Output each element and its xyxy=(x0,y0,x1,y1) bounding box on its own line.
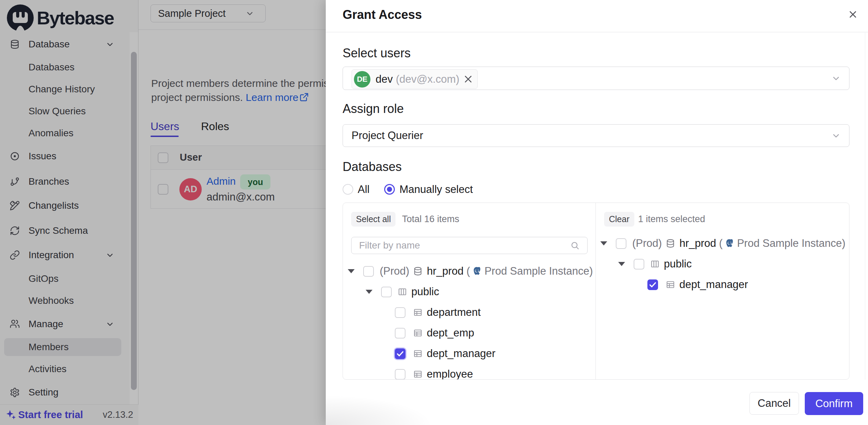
select-users-label: Select users xyxy=(343,46,411,60)
radio-manually-select[interactable] xyxy=(384,184,395,195)
tree-checkbox[interactable] xyxy=(395,369,405,380)
chevron-down-icon xyxy=(831,131,841,140)
caret-down-icon[interactable] xyxy=(618,262,625,266)
paren: ( xyxy=(464,265,470,277)
tree-checkbox-checked[interactable] xyxy=(647,279,658,290)
schema-name: public xyxy=(411,286,439,298)
table-icon xyxy=(413,349,423,358)
select-users-input[interactable]: DE dev (dev@x.com) xyxy=(343,67,849,90)
tree-checkbox-checked[interactable] xyxy=(395,348,405,359)
remove-chip-icon[interactable] xyxy=(464,75,472,83)
filter-placeholder: Filter by name xyxy=(359,240,420,251)
env-label: (Prod) xyxy=(380,265,409,277)
env-label: (Prod) xyxy=(632,237,662,250)
table-icon xyxy=(413,369,423,379)
schema-icon xyxy=(398,287,407,297)
caret-down-icon[interactable] xyxy=(600,241,607,245)
selected-count-label: 1 items selected xyxy=(638,212,705,227)
radio-manual-label[interactable]: Manually select xyxy=(399,183,473,196)
table-icon xyxy=(666,280,675,289)
schema-icon xyxy=(650,259,660,269)
tree-row-table: dept_emp xyxy=(395,323,474,343)
total-items-label: Total 16 items xyxy=(402,212,459,227)
select-all-button[interactable]: Select all xyxy=(351,212,396,227)
screen: Bytebase Database Databases Change Histo… xyxy=(0,0,868,425)
tree-row-database: (Prod) hr_prod ( Prod Sample Instance) xyxy=(600,233,845,254)
assign-role-value: Project Querier xyxy=(352,129,423,142)
postgres-icon xyxy=(724,238,735,249)
assign-role-select[interactable]: Project Querier xyxy=(343,124,849,147)
table-name: dept_manager xyxy=(427,347,496,360)
databases-radio-group: All Manually select xyxy=(343,184,473,195)
paren: ( xyxy=(716,237,723,250)
tree-checkbox[interactable] xyxy=(634,259,644,269)
caret-down-icon[interactable] xyxy=(366,290,372,294)
tree-checkbox[interactable] xyxy=(381,287,392,297)
radio-all-label[interactable]: All xyxy=(358,183,369,196)
confirm-button[interactable]: Confirm xyxy=(805,392,863,415)
schema-name: public xyxy=(664,258,692,270)
tree-checkbox[interactable] xyxy=(395,328,405,338)
database-name: hr_prod xyxy=(427,265,464,277)
table-name: employee xyxy=(427,368,473,380)
chevron-down-icon xyxy=(831,73,841,83)
chip-user-name: dev xyxy=(376,73,393,85)
tree-row-table: dept_manager xyxy=(647,274,748,295)
drawer-header: Grant Access xyxy=(326,0,868,32)
transfer-divider xyxy=(596,203,596,380)
avatar: DE xyxy=(354,71,370,88)
tree-row-table: department xyxy=(395,302,481,323)
search-icon xyxy=(570,241,580,250)
chip-user-email: (dev@x.com) xyxy=(396,73,459,85)
radio-all[interactable] xyxy=(343,184,353,195)
close-icon[interactable] xyxy=(849,10,857,19)
tree-checkbox[interactable] xyxy=(363,266,374,277)
drawer-scrollbar-gutter xyxy=(865,33,868,380)
tree-row-table: employee xyxy=(395,364,473,380)
assign-role-label: Assign role xyxy=(343,102,404,116)
drawer-footer: Cancel Confirm xyxy=(326,380,868,425)
drawer-title: Grant Access xyxy=(343,8,422,22)
caret-down-icon[interactable] xyxy=(348,269,355,273)
table-icon xyxy=(413,328,423,338)
db-cylinder-icon xyxy=(413,266,423,276)
tree-row-database: (Prod) hr_prod ( Prod Sample Instance) xyxy=(348,261,593,282)
tree-row-table: dept_manager xyxy=(395,343,496,364)
tree-checkbox[interactable] xyxy=(616,238,626,249)
user-chip: DE dev (dev@x.com) xyxy=(352,69,478,89)
tree-row-schema: public xyxy=(618,254,692,274)
table-name: dept_emp xyxy=(427,327,474,339)
tree-checkbox[interactable] xyxy=(395,307,405,318)
db-cylinder-icon xyxy=(666,239,675,248)
clear-button[interactable]: Clear xyxy=(604,212,634,227)
table-icon xyxy=(413,308,423,317)
cancel-button[interactable]: Cancel xyxy=(749,392,799,415)
tree-row-schema: public xyxy=(366,282,439,302)
instance-label: Prod Sample Instance) xyxy=(737,237,845,250)
databases-label: Databases xyxy=(343,160,402,174)
database-name: hr_prod xyxy=(679,237,716,250)
postgres-icon xyxy=(472,266,482,276)
instance-label: Prod Sample Instance) xyxy=(485,265,593,277)
database-transfer: Select all Total 16 items Filter by name… xyxy=(343,203,849,380)
filter-input[interactable]: Filter by name xyxy=(351,237,588,254)
table-name: department xyxy=(427,306,481,319)
table-name: dept_manager xyxy=(679,278,748,291)
